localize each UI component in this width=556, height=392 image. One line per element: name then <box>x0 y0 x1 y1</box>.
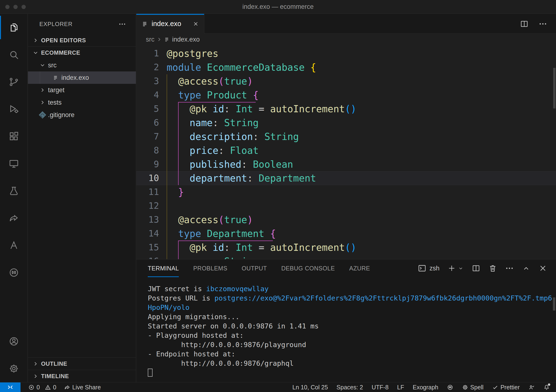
tab-index-exo[interactable]: index.exo <box>136 14 204 34</box>
breadcrumb-file[interactable]: index.exo <box>172 36 200 43</box>
terminal-text: http://0.0.0.0:9876/playground <box>148 341 306 349</box>
code-line-current[interactable]: 10 department: Department <box>136 171 556 185</box>
spell-checker-status[interactable]: Spell <box>462 384 484 391</box>
terminal-shell-picker[interactable]: zsh <box>417 264 440 273</box>
notifications-status[interactable] <box>543 384 550 391</box>
problems-status[interactable]: 0 0 <box>28 384 56 391</box>
code-token <box>167 173 190 184</box>
code-line[interactable]: 9 published: Boolean <box>136 157 556 171</box>
tree-item-target[interactable]: target <box>28 84 136 96</box>
code-token: = <box>253 103 270 114</box>
tree-item-tests[interactable]: tests <box>28 96 136 109</box>
encoding-status[interactable]: UTF-8 <box>372 384 389 391</box>
code-line[interactable]: 5 @pk id: Int = autoIncrement() <box>136 102 556 116</box>
line-number: 16 <box>136 254 167 259</box>
live-share-activity-button[interactable] <box>0 204 27 232</box>
line-number: 15 <box>136 241 167 254</box>
terminal-line: Postgres URL is postgres://exo@%2Fvar%2F… <box>148 294 556 303</box>
code-line[interactable]: 7 description: String <box>136 130 556 144</box>
maximize-panel-icon[interactable] <box>522 264 531 273</box>
remote-indicator[interactable] <box>0 383 21 392</box>
code-line[interactable]: 2module EcommerceDatabase { <box>136 60 556 74</box>
tree-item-src[interactable]: src <box>28 59 136 71</box>
tree-item-gitignore[interactable]: .gitignore <box>28 109 136 121</box>
run-debug-activity-button[interactable] <box>0 95 27 123</box>
workspace-root-section[interactable]: ECOMMERCE <box>28 47 136 59</box>
source-control-activity-button[interactable] <box>0 68 27 95</box>
code-line[interactable]: 13 @access(true) <box>136 213 556 227</box>
indentation-label: Spaces: 2 <box>337 384 363 391</box>
close-icon[interactable] <box>193 21 199 27</box>
open-editors-section[interactable]: OPEN EDITORS <box>28 34 136 47</box>
testing-activity-button[interactable] <box>0 177 27 204</box>
code-line[interactable]: 16 name: String <box>136 254 556 259</box>
code-line[interactable]: 8 price: Float <box>136 144 556 157</box>
code-token: true <box>224 76 247 87</box>
code-line[interactable]: 11 } <box>136 185 556 199</box>
extensions-activity-button[interactable] <box>0 123 27 150</box>
tab-debug-console[interactable]: DEBUG CONSOLE <box>281 259 335 277</box>
line-number: 12 <box>136 199 167 213</box>
chevron-down-icon[interactable] <box>458 265 464 271</box>
tree-item-index-exo[interactable]: index.exo <box>28 71 136 84</box>
azure-activity-button[interactable] <box>0 232 27 259</box>
indentation-status[interactable]: Spaces: 2 <box>337 384 363 391</box>
code-line[interactable]: 14 type Department { <box>136 227 556 241</box>
tab-problems[interactable]: PROBLEMS <box>193 259 227 277</box>
open-editors-label: OPEN EDITORS <box>41 37 86 44</box>
split-editor-icon[interactable] <box>520 19 529 28</box>
code-line[interactable]: 6 name: String <box>136 116 556 130</box>
code-token: id <box>213 103 224 114</box>
breadcrumb-folder[interactable]: src <box>146 36 154 43</box>
tab-terminal[interactable]: TERMINAL <box>148 259 179 277</box>
tab-azure[interactable]: AZURE <box>349 259 370 277</box>
code-token: Department <box>207 228 264 239</box>
live-share-status[interactable]: Live Share <box>64 384 101 391</box>
explorer-activity-button[interactable] <box>0 14 27 41</box>
terminal-link[interactable]: ibczomovqewllay <box>206 285 269 293</box>
code-token <box>167 214 178 225</box>
remote-explorer-activity-button[interactable] <box>0 150 27 177</box>
outline-section[interactable]: OUTLINE <box>28 357 136 370</box>
code-token <box>207 103 213 114</box>
more-actions-icon[interactable] <box>538 19 548 28</box>
explorer-more-actions-icon[interactable] <box>118 20 126 28</box>
split-terminal-icon[interactable] <box>471 264 480 273</box>
terminal-text: JWT secret is <box>148 285 206 293</box>
code-token: : <box>213 117 224 128</box>
code-line[interactable]: 3 @access(true) <box>136 74 556 88</box>
chevron-down-icon <box>32 50 39 56</box>
code-token <box>201 90 207 101</box>
terminal-output[interactable]: JWT secret is ibczomovqewllay Postgres U… <box>136 277 556 382</box>
tab-output[interactable]: OUTPUT <box>242 259 267 277</box>
code-token: } <box>178 187 184 197</box>
code-line[interactable]: 12 <box>136 199 556 213</box>
kill-terminal-icon[interactable] <box>488 264 497 273</box>
formatter-status[interactable]: Prettier <box>492 384 520 391</box>
copilot-status[interactable] <box>447 384 453 391</box>
close-panel-icon[interactable] <box>538 264 548 273</box>
code-editor[interactable]: 1@postgres 2module EcommerceDatabase { 3… <box>136 45 556 259</box>
cursor-position-status[interactable]: Ln 10, Col 25 <box>293 384 328 391</box>
terminal-link[interactable]: postgres://exo@%2Fvar%2Ffolders%2F8g%2Ft… <box>214 294 552 302</box>
more-actions-icon[interactable] <box>505 264 514 273</box>
feedback-status[interactable] <box>528 384 535 391</box>
code-token <box>305 62 310 73</box>
timeline-section[interactable]: TIMELINE <box>28 370 136 382</box>
line-number: 4 <box>136 88 167 102</box>
settings-activity-button[interactable] <box>0 355 27 382</box>
account-icon <box>8 336 19 347</box>
code-line[interactable]: 1@postgres <box>136 47 556 60</box>
new-terminal-button[interactable] <box>447 264 464 273</box>
code-line[interactable]: 4 type Product { <box>136 88 556 102</box>
terminal-scrollbar[interactable] <box>553 298 555 311</box>
eol-label: LF <box>397 384 404 391</box>
code-line[interactable]: 15 @pk id: Int = autoIncrement() <box>136 241 556 254</box>
terminal-link[interactable]: HpoPN/yolo <box>148 303 190 312</box>
eol-status[interactable]: LF <box>397 384 404 391</box>
accounts-activity-button[interactable] <box>0 328 27 355</box>
copilot-activity-button[interactable] <box>0 259 27 286</box>
search-activity-button[interactable] <box>0 41 27 68</box>
language-mode-status[interactable]: Exograph <box>413 384 438 391</box>
editor-scrollbar[interactable] <box>553 68 556 109</box>
